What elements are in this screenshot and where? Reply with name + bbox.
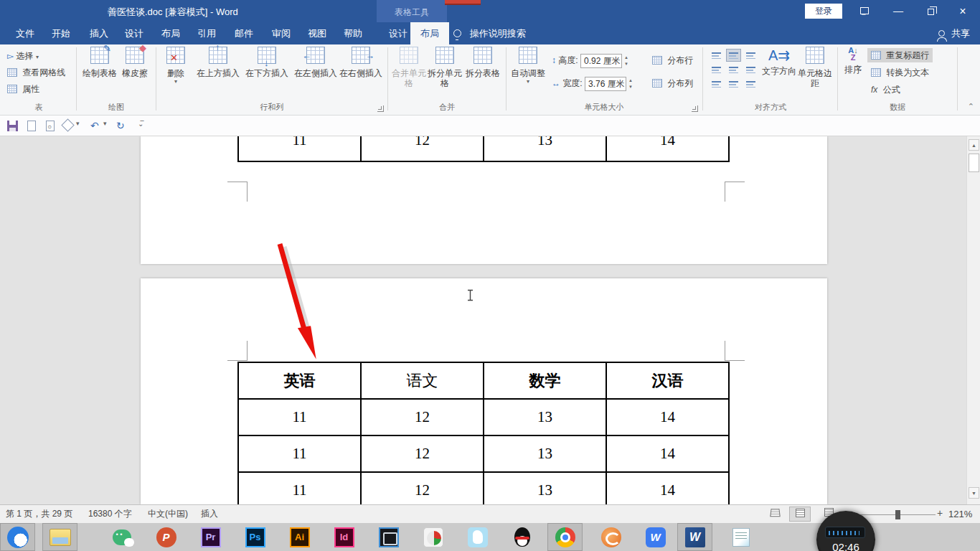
row-height-spinner[interactable]: ▲▼ bbox=[622, 55, 631, 67]
page-1[interactable]: 11 12 13 14 bbox=[141, 136, 827, 264]
view-gridlines-button[interactable]: 查看网格线 bbox=[7, 65, 65, 80]
table-cell[interactable]: 14 bbox=[606, 136, 729, 161]
draw-table-button[interactable]: ✎ 绘制表格 bbox=[82, 47, 118, 78]
tab-home[interactable]: 开始 bbox=[42, 22, 80, 44]
document-canvas[interactable]: 11 12 13 14 英语 语文 数学 汉语 11 12 13 14 bbox=[0, 136, 980, 504]
insert-mode-indicator[interactable]: 插入 bbox=[195, 505, 224, 524]
tab-insert[interactable]: 插入 bbox=[80, 22, 118, 44]
ink-dropdown[interactable]: ▾ bbox=[76, 120, 80, 127]
distribute-rows-button[interactable]: 分布行 bbox=[652, 53, 693, 67]
align-top-left-button[interactable] bbox=[709, 49, 724, 62]
text-direction-button[interactable]: A⇉ 文字方向 bbox=[761, 47, 797, 76]
taskbar-illustrator[interactable]: Ai bbox=[282, 523, 317, 551]
taskbar-qq[interactable] bbox=[504, 523, 540, 551]
insert-left-button[interactable]: ← 在左侧插入 bbox=[292, 47, 339, 78]
align-center-right-button[interactable] bbox=[743, 63, 758, 76]
undo-dropdown[interactable]: ▾ bbox=[103, 120, 107, 127]
table-cell[interactable]: 12 bbox=[361, 472, 484, 504]
table-cell[interactable]: 13 bbox=[484, 136, 606, 161]
header-cell-hanyu[interactable]: 汉语 bbox=[606, 362, 729, 399]
taskbar-powerpoint[interactable]: P bbox=[149, 523, 184, 551]
properties-button[interactable]: 属性 bbox=[7, 82, 39, 96]
tab-mailings[interactable]: 邮件 bbox=[225, 22, 263, 44]
collapse-ribbon-button[interactable]: ⌃ bbox=[968, 102, 974, 111]
scroll-up-button[interactable]: ▲ bbox=[969, 139, 979, 151]
rows-columns-dialog-launcher[interactable] bbox=[377, 105, 384, 112]
tab-tabletools-layout[interactable]: 布局 bbox=[410, 22, 449, 44]
taskbar-video-editor[interactable] bbox=[371, 523, 406, 551]
align-bottom-left-button[interactable] bbox=[709, 77, 724, 90]
align-bottom-center-button[interactable] bbox=[726, 77, 741, 90]
table-cell[interactable]: 14 bbox=[606, 435, 729, 472]
split-cells-button[interactable]: 拆分单元格 bbox=[428, 47, 462, 88]
insert-right-button[interactable]: → 在右侧插入 bbox=[337, 47, 385, 78]
taskbar-cheetah-browser[interactable] bbox=[593, 523, 628, 551]
taskbar-notepad[interactable] bbox=[723, 523, 758, 551]
scrollbar-thumb[interactable] bbox=[969, 154, 979, 172]
table-cell[interactable]: 11 bbox=[238, 435, 361, 472]
scroll-down-button[interactable]: ▼ bbox=[969, 487, 979, 499]
table-header-row[interactable]: 英语 语文 数学 汉语 bbox=[238, 362, 729, 399]
table-cell[interactable]: 14 bbox=[606, 472, 729, 504]
share-button[interactable]: 共享 bbox=[938, 22, 970, 44]
sign-in-button[interactable]: 登录 bbox=[805, 4, 842, 19]
table-cell[interactable]: 14 bbox=[606, 399, 729, 435]
table-cell[interactable]: 11 bbox=[238, 136, 361, 161]
table-cell[interactable]: 12 bbox=[361, 435, 484, 472]
cell-size-dialog-launcher[interactable] bbox=[692, 105, 698, 112]
qat-customize-button[interactable]: ⌄̅ bbox=[138, 120, 143, 128]
table-row[interactable]: 11 12 13 14 bbox=[238, 472, 729, 504]
close-button[interactable]: × bbox=[948, 0, 977, 22]
sort-button[interactable]: A↓Z 排序 bbox=[840, 47, 866, 75]
table-row[interactable]: 11 12 13 14 bbox=[238, 136, 729, 161]
taskbar-photoshop[interactable]: Ps bbox=[237, 523, 273, 551]
undo-button[interactable]: ↶ bbox=[90, 120, 99, 131]
print-preview-button[interactable] bbox=[46, 121, 55, 131]
table-cell[interactable]: 13 bbox=[484, 435, 606, 472]
delete-button[interactable]: ✕ 删除▾ bbox=[161, 47, 190, 85]
tab-help[interactable]: 帮助 bbox=[334, 22, 372, 44]
cell-margins-button[interactable]: 单元格边距 bbox=[797, 47, 833, 88]
redo-button[interactable]: ↻ bbox=[116, 120, 125, 131]
main-table[interactable]: 英语 语文 数学 汉语 11 12 13 14 11 12 13 14 11 1… bbox=[237, 362, 730, 504]
new-document-button[interactable] bbox=[27, 121, 36, 131]
vertical-scrollbar[interactable]: ▲ ▼ bbox=[966, 136, 980, 504]
header-cell-chinese[interactable]: 语文 bbox=[361, 362, 484, 399]
zoom-in-button[interactable]: + bbox=[937, 507, 943, 519]
taskbar-format-factory[interactable] bbox=[415, 523, 451, 551]
taskbar-premiere[interactable]: Pr bbox=[193, 523, 228, 551]
table-cell[interactable]: 12 bbox=[361, 136, 484, 161]
language-indicator[interactable]: 中文(中国) bbox=[142, 505, 194, 524]
table-cell[interactable]: 11 bbox=[238, 399, 361, 435]
tell-me-search[interactable]: 操作说明搜索 bbox=[453, 22, 526, 44]
table-row[interactable]: 11 12 13 14 bbox=[238, 399, 729, 435]
taskbar-indesign[interactable]: Id bbox=[326, 523, 362, 551]
zoom-percentage[interactable]: 121% bbox=[948, 505, 972, 523]
split-table-button[interactable]: 拆分表格 bbox=[463, 47, 502, 78]
col-width-spinner[interactable]: ▲▼ bbox=[626, 77, 635, 90]
taskbar-chrome[interactable] bbox=[547, 523, 583, 551]
ribbon-display-options-button[interactable] bbox=[850, 0, 879, 22]
convert-to-text-button[interactable]: 转换为文本 bbox=[867, 65, 933, 80]
table-cell[interactable]: 13 bbox=[484, 399, 606, 435]
table-row[interactable]: 11 12 13 14 bbox=[238, 435, 729, 472]
table-cell[interactable]: 13 bbox=[484, 472, 606, 504]
taskbar-word-active[interactable]: W bbox=[677, 523, 712, 551]
ink-gesture-button[interactable] bbox=[61, 118, 74, 131]
align-center-button[interactable] bbox=[726, 63, 741, 76]
page-indicator[interactable]: 第 1 页，共 29 页 bbox=[0, 505, 78, 524]
screen-recorder-minimized-bar[interactable] bbox=[445, 0, 481, 5]
header-cell-math[interactable]: 数学 bbox=[484, 362, 606, 399]
taskbar-wps[interactable]: W bbox=[638, 523, 673, 551]
minimize-button[interactable]: — bbox=[884, 0, 913, 22]
tab-design[interactable]: 设计 bbox=[115, 22, 154, 44]
autofit-button[interactable]: 自动调整▾ bbox=[510, 47, 546, 85]
tab-file[interactable]: 文件 bbox=[6, 22, 44, 44]
save-button[interactable] bbox=[7, 121, 18, 131]
insert-below-button[interactable]: ↓ 在下方插入 bbox=[243, 47, 291, 78]
select-button[interactable]: ▻ 选择 ▾ bbox=[7, 49, 39, 63]
align-center-left-button[interactable] bbox=[709, 63, 724, 76]
taskbar-tiantian-ptu[interactable] bbox=[460, 523, 495, 551]
table-previous-last-row[interactable]: 11 12 13 14 bbox=[237, 136, 730, 162]
restore-button[interactable] bbox=[916, 0, 945, 22]
